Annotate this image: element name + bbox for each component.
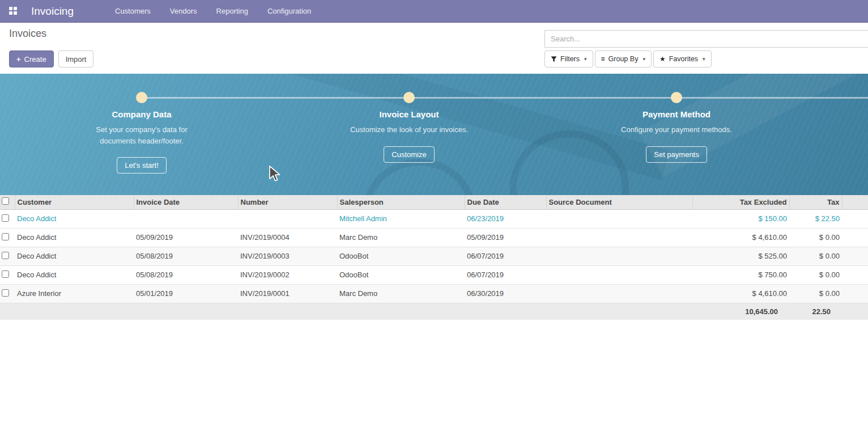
- cell-number: INV/2019/0002: [238, 265, 337, 284]
- cell-tax: $ 0.00: [789, 265, 842, 284]
- cell-salesperson: OdooBot: [337, 265, 465, 284]
- filters-button[interactable]: Filters ▾: [544, 50, 593, 67]
- column-header-source-document[interactable]: Source Document: [546, 195, 692, 209]
- cell-tax: $ 0.00: [789, 284, 842, 303]
- table-footer: 10,645.00 22.50: [0, 303, 868, 320]
- cell-customer: Deco Addict: [15, 247, 134, 265]
- table-row[interactable]: Deco Addict 05/09/2019 INV/2019/0004 Mar…: [0, 228, 868, 247]
- cell-source-document: [546, 265, 692, 284]
- cell-invoice-date: 05/08/2019: [134, 247, 238, 265]
- row-checkbox[interactable]: [2, 214, 9, 222]
- cell-tax: $ 0.00: [789, 228, 842, 247]
- cell-source-document: [546, 284, 692, 303]
- select-all-cell: [0, 195, 15, 209]
- onboarding-step-dot: [671, 92, 682, 103]
- cell-salesperson: Marc Demo: [337, 228, 465, 247]
- top-navbar: Invoicing Customers Vendors Reporting Co…: [0, 0, 868, 23]
- cell-salesperson: Marc Demo: [337, 284, 465, 303]
- cell-tax: $ 0.00: [789, 247, 842, 265]
- import-button[interactable]: Import: [58, 50, 94, 67]
- step-description: Configure your payment methods.: [616, 124, 737, 136]
- onboarding-step-dot: [403, 92, 415, 103]
- apps-grid-icon[interactable]: [9, 7, 18, 15]
- lets-start-button[interactable]: Let's start!: [117, 157, 167, 174]
- group-by-button[interactable]: ≡ Group By ▾: [595, 50, 652, 67]
- column-header-invoice-date[interactable]: Invoice Date: [134, 195, 238, 209]
- cell-due-date: 06/07/2019: [465, 265, 546, 284]
- cell-due-date: 06/23/2019: [465, 209, 546, 228]
- row-checkbox[interactable]: [2, 252, 9, 259]
- favorites-button[interactable]: ★ Favorites ▾: [653, 50, 712, 67]
- cell-number: [238, 209, 337, 228]
- onboarding-banner: Company Data Set your company's data for…: [0, 74, 868, 195]
- menu-item-configuration[interactable]: Configuration: [258, 0, 321, 22]
- row-checkbox[interactable]: [2, 289, 9, 297]
- onboarding-step-dot: [136, 92, 147, 103]
- plus-icon: +: [16, 55, 21, 64]
- group-by-icon: ≡: [601, 55, 605, 63]
- onboarding-progress-line: [142, 97, 868, 99]
- step-title: Company Data: [57, 109, 227, 119]
- chevron-down-icon: ▾: [584, 56, 587, 62]
- cell-tax-excluded: $ 4,610.00: [692, 284, 789, 303]
- chevron-down-icon: ▾: [703, 56, 705, 62]
- column-header-number[interactable]: Number: [238, 195, 337, 209]
- cell-customer: Deco Addict: [15, 265, 134, 284]
- column-header-salesperson[interactable]: Salesperson: [337, 195, 465, 209]
- cell-customer: Deco Addict: [15, 228, 134, 247]
- select-all-checkbox[interactable]: [2, 197, 9, 205]
- set-payments-button[interactable]: Set payments: [646, 146, 707, 163]
- step-description: Customize the look of your invoices.: [349, 124, 469, 136]
- cell-source-document: [546, 228, 692, 247]
- cell-source-document: [546, 209, 692, 228]
- cell-tax-excluded: $ 150.00: [692, 209, 789, 228]
- table-body: Deco Addict Mitchell Admin 06/23/2019 $ …: [0, 209, 868, 303]
- customize-button[interactable]: Customize: [384, 146, 434, 163]
- cell-invoice-date: [134, 209, 238, 228]
- column-header-tax-excluded[interactable]: Tax Excluded: [692, 195, 789, 209]
- filter-funnel-icon: [551, 56, 557, 62]
- favorites-button-label: Favorites: [669, 55, 698, 63]
- onboarding-step-invoice-layout: Invoice Layout Customize the look of you…: [324, 109, 494, 163]
- column-header-due-date[interactable]: Due Date: [465, 195, 546, 209]
- cell-due-date: 06/30/2019: [465, 284, 546, 303]
- total-tax: 22.50: [789, 303, 842, 320]
- table-row[interactable]: Deco Addict 05/08/2019 INV/2019/0003 Odo…: [0, 247, 868, 265]
- filters-button-label: Filters: [560, 55, 580, 63]
- total-tax-excluded: 10,645.00: [692, 303, 789, 320]
- menu-item-vendors[interactable]: Vendors: [160, 0, 207, 22]
- table-row[interactable]: Deco Addict Mitchell Admin 06/23/2019 $ …: [0, 209, 868, 228]
- cell-invoice-date: 05/08/2019: [134, 265, 238, 284]
- search-options: Filters ▾ ≡ Group By ▾ ★ Favorites ▾: [544, 50, 712, 67]
- cell-number: INV/2019/0001: [238, 284, 337, 303]
- table-row[interactable]: Deco Addict 05/08/2019 INV/2019/0002 Odo…: [0, 265, 868, 284]
- menu-item-customers[interactable]: Customers: [105, 0, 160, 22]
- row-checkbox[interactable]: [2, 233, 9, 240]
- column-header-customer[interactable]: Customer: [15, 195, 134, 209]
- cell-salesperson: Mitchell Admin: [337, 209, 465, 228]
- invoice-list-table: Customer Invoice Date Number Salesperson…: [0, 195, 868, 320]
- app-title[interactable]: Invoicing: [31, 5, 74, 18]
- create-button[interactable]: + Create: [9, 50, 54, 67]
- star-icon: ★: [659, 55, 666, 63]
- table-row[interactable]: Azure Interior 05/01/2019 INV/2019/0001 …: [0, 284, 868, 303]
- import-button-label: Import: [66, 55, 87, 64]
- onboarding-step-company-data: Company Data Set your company's data for…: [57, 109, 227, 174]
- cell-tax-excluded: $ 750.00: [692, 265, 789, 284]
- cell-invoice-date: 05/09/2019: [134, 228, 238, 247]
- row-checkbox[interactable]: [2, 270, 9, 278]
- cell-due-date: 06/07/2019: [465, 247, 546, 265]
- search-input[interactable]: [544, 30, 868, 48]
- table-header: Customer Invoice Date Number Salesperson…: [0, 195, 868, 209]
- step-description: Set your company's data for documents he…: [82, 124, 202, 146]
- action-buttons: + Create Import: [9, 50, 93, 67]
- step-title: Invoice Layout: [324, 109, 494, 119]
- create-button-label: Create: [24, 55, 46, 64]
- column-header-tax[interactable]: Tax: [789, 195, 842, 209]
- cell-number: INV/2019/0003: [238, 247, 337, 265]
- cell-tax-excluded: $ 4,610.00: [692, 228, 789, 247]
- cell-tax: $ 22.50: [789, 209, 842, 228]
- step-title: Payment Method: [592, 109, 761, 119]
- menu-item-reporting[interactable]: Reporting: [207, 0, 258, 22]
- column-header-spacer: [842, 195, 868, 209]
